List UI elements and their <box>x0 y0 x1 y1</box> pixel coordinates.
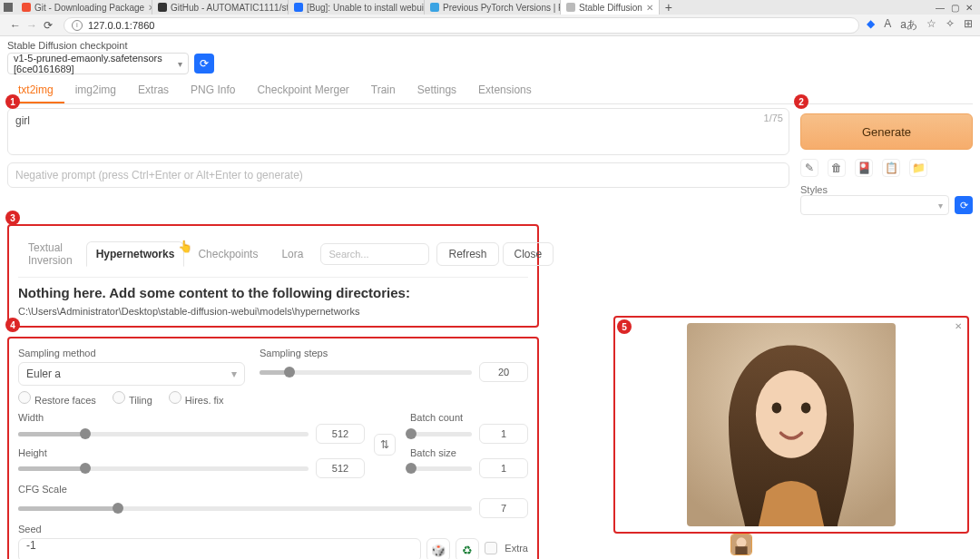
extra-tab-checkpoints[interactable]: Checkpoints <box>188 241 268 267</box>
generate-button[interactable]: Generate <box>800 113 973 150</box>
tab-pnginfo[interactable]: PNG Info <box>180 78 246 103</box>
reload-button[interactable]: ⟳ <box>40 17 56 34</box>
negative-prompt-placeholder: Negative prompt (press Ctrl+Enter or Alt… <box>15 169 303 181</box>
close-icon[interactable]: ✕ <box>646 3 653 13</box>
annotation-badge: 2 <box>794 94 808 109</box>
extra-empty-path: C:\Users\Administrator\Desktop\stable-di… <box>18 306 528 317</box>
extra-tab-lora[interactable]: Lora <box>271 241 313 267</box>
restore-faces-checkbox[interactable]: Restore faces <box>18 391 96 406</box>
sampling-steps-value[interactable]: 20 <box>479 362 528 382</box>
styles-select[interactable]: ▾ <box>800 195 949 215</box>
main-tabs: txt2img img2img Extras PNG Info Checkpoi… <box>7 78 973 104</box>
tiling-checkbox[interactable]: Tiling <box>113 391 152 406</box>
tab-favicon <box>566 3 575 12</box>
batch-size-label: Batch size <box>410 447 528 458</box>
reuse-seed-button[interactable]: ♻ <box>456 538 479 559</box>
browser-tab-active[interactable]: Stable Diffusion✕ <box>561 0 660 15</box>
close-icon[interactable]: ✕ <box>955 321 962 331</box>
output-panel: ✕ <box>613 316 969 534</box>
tab-favicon <box>158 3 167 12</box>
prompt-input[interactable]: girl 1/75 <box>7 108 789 155</box>
checkpoint-select[interactable]: v1-5-pruned-emaonly.safetensors [6ce0161… <box>7 53 189 74</box>
width-slider[interactable] <box>18 432 309 436</box>
clipboard-icon[interactable]: 📋 <box>882 159 900 177</box>
tab-favicon <box>430 3 439 12</box>
back-button[interactable]: ← <box>7 17 24 34</box>
tab-extras[interactable]: Extras <box>127 78 180 103</box>
tab-img2img[interactable]: img2img <box>64 78 127 103</box>
tab-train[interactable]: Train <box>360 78 407 103</box>
browser-tab[interactable]: [Bug]: Unable to install webui d…✕ <box>289 0 425 15</box>
random-seed-button[interactable]: 🎲 <box>426 538 450 559</box>
batch-size-value[interactable]: 1 <box>479 458 528 478</box>
tab-favicon <box>294 3 303 12</box>
browser-tab[interactable]: Previous PyTorch Versions | PyT…✕ <box>425 0 561 15</box>
tab-settings[interactable]: Settings <box>407 78 467 103</box>
extra-refresh-button[interactable]: Refresh <box>436 242 498 266</box>
height-slider[interactable] <box>18 466 309 471</box>
batch-count-value[interactable]: 1 <box>479 424 528 444</box>
tag-icon[interactable]: ◆ <box>867 17 875 33</box>
url-text: 127.0.0.1:7860 <box>88 20 154 31</box>
styles-refresh-button[interactable]: ⟳ <box>955 196 973 214</box>
seed-label: Seed <box>18 524 528 534</box>
extra-tab-textual-inversion[interactable]: Textual Inversion <box>18 235 83 273</box>
batch-size-slider[interactable] <box>410 466 472 471</box>
window-maximize-icon[interactable]: ▢ <box>947 3 962 13</box>
tab-checkpoint-merger[interactable]: Checkpoint Merger <box>246 78 359 103</box>
height-value[interactable]: 512 <box>316 458 365 478</box>
save-icon[interactable]: 📁 <box>909 159 927 177</box>
chevron-down-icon: ▾ <box>231 368 237 380</box>
batch-count-slider[interactable] <box>410 432 472 436</box>
trash-icon[interactable]: 🗑 <box>828 159 846 177</box>
tab-title: Git - Downloading Package <box>34 3 144 13</box>
extra-close-button[interactable]: Close <box>503 242 554 266</box>
output-image[interactable] <box>687 323 896 526</box>
forward-button[interactable]: → <box>24 17 40 34</box>
seed-input[interactable]: -1 <box>18 538 421 559</box>
negative-prompt-input[interactable]: Negative prompt (press Ctrl+Enter or Alt… <box>7 162 789 188</box>
svg-point-2 <box>772 403 782 414</box>
browser-menu-icon[interactable] <box>4 3 13 12</box>
output-thumbnail[interactable] <box>730 534 752 555</box>
checkpoint-refresh-button[interactable]: ⟳ <box>194 54 214 74</box>
width-value[interactable]: 512 <box>316 424 365 444</box>
search-placeholder: Search... <box>328 249 368 260</box>
tab-title: Stable Diffusion <box>579 3 642 13</box>
extra-search-input[interactable]: Search... <box>320 243 429 265</box>
sampling-steps-slider[interactable] <box>260 370 472 375</box>
annotation-badge: 4 <box>5 318 20 332</box>
cfg-value[interactable]: 7 <box>479 498 528 518</box>
new-tab-button[interactable]: + <box>660 0 678 15</box>
tab-extensions[interactable]: Extensions <box>467 78 543 103</box>
extra-networks-icon[interactable]: 🎴 <box>855 159 873 177</box>
extensions-icon[interactable]: ⊞ <box>964 17 973 33</box>
height-label: Height <box>18 447 365 458</box>
arrow-icon[interactable]: ✎ <box>800 159 818 177</box>
url-input[interactable]: i 127.0.0.1:7860 <box>64 17 859 34</box>
annotation-badge: 5 <box>617 319 632 334</box>
annotation-badge: 3 <box>5 211 20 225</box>
window-close-icon[interactable]: ✕ <box>962 3 976 13</box>
read-aloud-icon[interactable]: aあ <box>900 17 917 33</box>
sampling-method-select[interactable]: Euler a ▾ <box>18 362 245 386</box>
extra-tab-hypernetworks[interactable]: Hypernetworks <box>86 241 185 267</box>
window-minimize-icon[interactable]: — <box>933 3 947 13</box>
collections-icon[interactable]: ✧ <box>946 17 955 33</box>
address-bar: ← → ⟳ i 127.0.0.1:7860 ◆ A aあ ☆ ✧ ⊞ <box>0 15 980 36</box>
text-size-icon[interactable]: A <box>884 17 891 33</box>
cfg-slider[interactable] <box>18 506 472 511</box>
hires-fix-checkbox[interactable]: Hires. fix <box>169 391 224 406</box>
sampling-method-label: Sampling method <box>18 348 245 358</box>
quick-action-row: ✎ 🗑 🎴 📋 📁 <box>800 159 973 177</box>
browser-tab[interactable]: GitHub - AUTOMATIC1111/stab…✕ <box>152 0 289 15</box>
annotation-badge: 1 <box>5 94 20 109</box>
favorites-icon[interactable]: ☆ <box>926 17 936 33</box>
site-info-icon[interactable]: i <box>72 20 83 31</box>
extra-seed-checkbox[interactable]: Extra <box>485 542 528 554</box>
browser-tab[interactable]: Git - Downloading Package✕ <box>16 0 152 15</box>
swap-dimensions-button[interactable]: ⇅ <box>374 434 396 456</box>
browser-action-icons: ◆ A aあ ☆ ✧ ⊞ <box>867 17 973 33</box>
browser-tab-strip: Git - Downloading Package✕ GitHub - AUTO… <box>0 0 980 15</box>
svg-point-3 <box>801 403 811 414</box>
